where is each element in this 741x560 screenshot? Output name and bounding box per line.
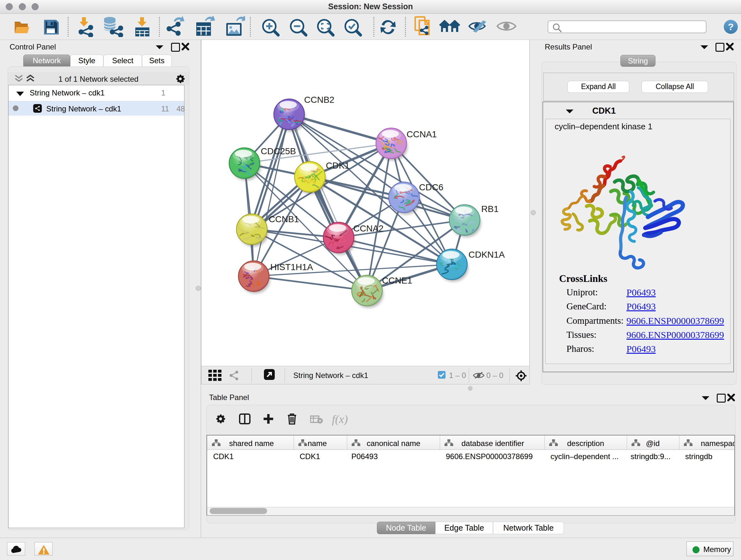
svg-text:CCNB2: CCNB2 — [304, 95, 334, 105]
svg-text:CCNE1: CCNE1 — [382, 275, 412, 286]
svg-text:CCNA1: CCNA1 — [407, 129, 437, 139]
svg-text:CDC25B: CDC25B — [261, 146, 296, 156]
svg-text:CDK1: CDK1 — [326, 161, 350, 171]
svg-text:RB1: RB1 — [481, 204, 498, 214]
svg-text:CCNB1: CCNB1 — [269, 214, 299, 224]
svg-text:HIST1H1A: HIST1H1A — [270, 262, 313, 272]
svg-text:CDKN1A: CDKN1A — [468, 250, 505, 260]
svg-text:CCNA2: CCNA2 — [353, 224, 384, 233]
svg-text:CDC6: CDC6 — [419, 182, 443, 192]
